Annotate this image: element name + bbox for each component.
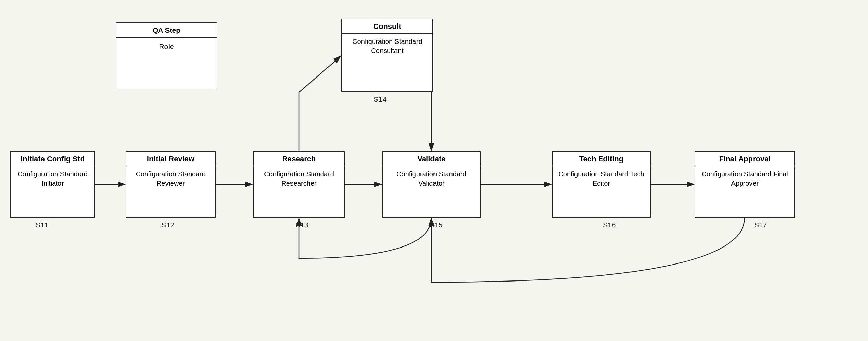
legend-body: Role bbox=[116, 38, 217, 54]
legend-box: QA Step Role bbox=[116, 22, 217, 88]
arrow-to-s14 bbox=[299, 56, 341, 92]
step-s16: Tech Editing Configuration Standard Tech… bbox=[552, 151, 651, 218]
step-s16-body: Configuration Standard Tech Editor bbox=[553, 166, 650, 191]
step-s17-body: Configuration Standard Final Approver bbox=[695, 166, 794, 191]
step-s14-header: Consult bbox=[342, 19, 432, 34]
step-s14-body: Configuration Standard Consultant bbox=[342, 34, 432, 59]
step-s13: Research Configuration Standard Research… bbox=[253, 151, 345, 218]
step-s11-id: S11 bbox=[36, 221, 48, 229]
step-s14-id: S14 bbox=[374, 95, 386, 103]
step-s15-body: Configuration Standard Validator bbox=[383, 166, 480, 191]
legend-header: QA Step bbox=[116, 23, 217, 38]
arrow-s15-back-s13 bbox=[299, 218, 431, 258]
step-s15: Validate Configuration Standard Validato… bbox=[382, 151, 481, 218]
step-s14: Consult Configuration Standard Consultan… bbox=[341, 19, 433, 92]
arrow-s17-back-s15 bbox=[431, 218, 745, 282]
step-s13-id: S13 bbox=[296, 221, 308, 229]
step-s12-body: Configuration Standard Reviewer bbox=[126, 166, 215, 191]
diagram-container: QA Step Role Initiate Config Std Configu… bbox=[0, 0, 868, 341]
step-s17-header: Final Approval bbox=[695, 152, 794, 166]
step-s13-body: Configuration Standard Researcher bbox=[254, 166, 344, 191]
step-s11-header: Initiate Config Std bbox=[11, 152, 94, 166]
step-s12-header: Initial Review bbox=[126, 152, 215, 166]
step-s12: Initial Review Configuration Standard Re… bbox=[126, 151, 216, 218]
step-s15-header: Validate bbox=[383, 152, 480, 166]
step-s17-id: S17 bbox=[754, 221, 767, 229]
step-s12-id: S12 bbox=[161, 221, 174, 229]
step-s11-body: Configuration Standard Initiator bbox=[11, 166, 94, 191]
step-s11: Initiate Config Std Configuration Standa… bbox=[10, 151, 95, 218]
step-s17: Final Approval Configuration Standard Fi… bbox=[695, 151, 795, 218]
step-s13-header: Research bbox=[254, 152, 344, 166]
step-s16-id: S16 bbox=[603, 221, 616, 229]
step-s15-id: S15 bbox=[430, 221, 442, 229]
step-s16-header: Tech Editing bbox=[553, 152, 650, 166]
